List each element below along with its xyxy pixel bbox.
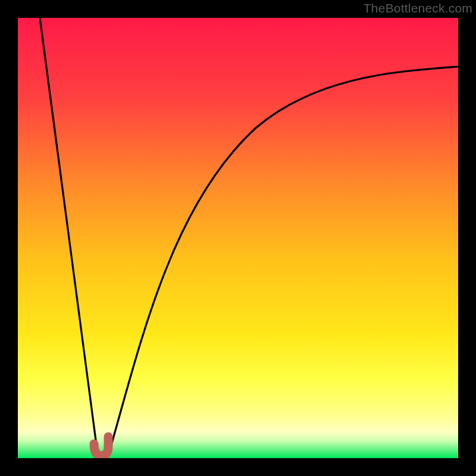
chart-frame: TheBottleneck.com (0, 0, 476, 476)
watermark-text: TheBottleneck.com (364, 1, 472, 15)
bottleneck-curve (18, 18, 458, 458)
curve-right-branch (110, 67, 458, 449)
curve-left-branch (40, 18, 97, 449)
plot-area (18, 18, 458, 458)
